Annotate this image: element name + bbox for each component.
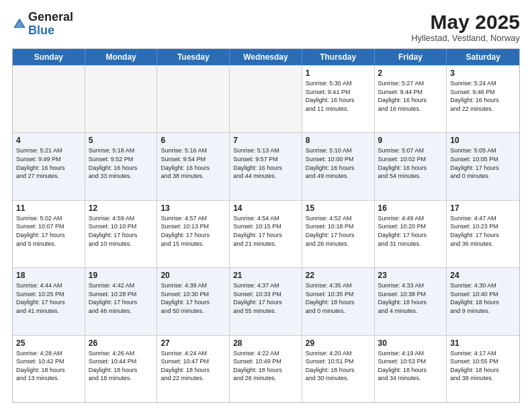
cal-cell-day-11: 11Sunrise: 5:02 AM Sunset: 10:07 PM Dayl… [13,201,85,267]
cal-cell-day-12: 12Sunrise: 4:59 AM Sunset: 10:10 PM Dayl… [85,201,158,267]
day-info: Sunrise: 4:37 AM Sunset: 10:33 PM Daylig… [233,281,298,315]
cal-header-thursday: Thursday [302,49,375,65]
day-number: 22 [306,271,371,280]
day-number: 14 [233,203,298,213]
cal-cell-day-31: 31Sunrise: 4:17 AM Sunset: 10:55 PM Dayl… [447,336,519,402]
cal-cell-day-28: 28Sunrise: 4:22 AM Sunset: 10:49 PM Dayl… [230,336,302,402]
cal-cell-day-24: 24Sunrise: 4:30 AM Sunset: 10:40 PM Dayl… [447,268,519,334]
cal-cell-day-25: 25Sunrise: 4:28 AM Sunset: 10:42 PM Dayl… [13,336,85,402]
cal-cell-day-22: 22Sunrise: 4:35 AM Sunset: 10:35 PM Dayl… [302,268,375,334]
day-number: 13 [161,203,226,213]
day-number: 19 [89,271,154,280]
cal-cell-day-20: 20Sunrise: 4:39 AM Sunset: 10:30 PM Dayl… [157,268,230,334]
day-info: Sunrise: 4:57 AM Sunset: 10:13 PM Daylig… [161,214,226,248]
cal-cell-day-21: 21Sunrise: 4:37 AM Sunset: 10:33 PM Dayl… [230,268,302,334]
day-number: 24 [450,271,516,280]
cal-cell-day-15: 15Sunrise: 4:52 AM Sunset: 10:18 PM Dayl… [302,201,375,267]
cal-cell-day-17: 17Sunrise: 4:47 AM Sunset: 10:23 PM Dayl… [447,201,519,267]
day-info: Sunrise: 4:17 AM Sunset: 10:55 PM Daylig… [450,349,516,383]
day-info: Sunrise: 4:26 AM Sunset: 10:44 PM Daylig… [89,349,154,383]
cal-header-saturday: Saturday [447,49,519,65]
day-info: Sunrise: 4:19 AM Sunset: 10:53 PM Daylig… [378,349,443,383]
month-title: May 2025 [411,11,520,33]
day-info: Sunrise: 5:21 AM Sunset: 9:49 PM Dayligh… [16,146,81,180]
day-info: Sunrise: 5:24 AM Sunset: 9:46 PM Dayligh… [450,79,516,113]
day-info: Sunrise: 4:42 AM Sunset: 10:28 PM Daylig… [89,281,154,315]
day-number: 10 [450,136,516,145]
cal-cell-day-8: 8Sunrise: 5:10 AM Sunset: 10:00 PM Dayli… [302,133,375,199]
calendar-body: 1Sunrise: 5:30 AM Sunset: 9:41 PM Daylig… [13,65,519,402]
cal-cell-day-30: 30Sunrise: 4:19 AM Sunset: 10:53 PM Dayl… [375,336,447,402]
day-number: 11 [16,203,81,213]
logo: General Blue [12,11,73,38]
day-info: Sunrise: 4:33 AM Sunset: 10:38 PM Daylig… [378,281,443,315]
cal-cell-empty [230,66,302,132]
cal-header-wednesday: Wednesday [230,49,302,65]
day-number: 1 [306,68,371,78]
cal-cell-day-23: 23Sunrise: 4:33 AM Sunset: 10:38 PM Dayl… [375,268,447,334]
day-number: 17 [450,203,516,213]
cal-cell-day-29: 29Sunrise: 4:20 AM Sunset: 10:51 PM Dayl… [302,336,375,402]
logo-icon [12,17,27,32]
cal-cell-day-9: 9Sunrise: 5:07 AM Sunset: 10:02 PM Dayli… [375,133,447,199]
day-number: 7 [233,136,298,145]
cal-cell-day-27: 27Sunrise: 4:24 AM Sunset: 10:47 PM Dayl… [157,336,230,402]
day-info: Sunrise: 4:28 AM Sunset: 10:42 PM Daylig… [16,349,81,383]
cal-row-4: 25Sunrise: 4:28 AM Sunset: 10:42 PM Dayl… [13,335,519,402]
day-number: 8 [306,136,371,145]
day-info: Sunrise: 5:05 AM Sunset: 10:05 PM Daylig… [450,146,516,180]
day-info: Sunrise: 4:20 AM Sunset: 10:51 PM Daylig… [306,349,371,383]
day-number: 23 [378,271,443,280]
day-info: Sunrise: 4:30 AM Sunset: 10:40 PM Daylig… [450,281,516,315]
day-number: 18 [16,271,81,280]
logo-blue-text: Blue [28,24,54,37]
day-info: Sunrise: 4:59 AM Sunset: 10:10 PM Daylig… [89,214,154,248]
day-info: Sunrise: 5:13 AM Sunset: 9:57 PM Dayligh… [233,146,298,180]
header: General Blue May 2025 Hyllestad, Vestlan… [12,11,520,43]
day-number: 21 [233,271,298,280]
cal-cell-empty [157,66,230,132]
day-info: Sunrise: 4:52 AM Sunset: 10:18 PM Daylig… [306,214,371,248]
day-info: Sunrise: 5:27 AM Sunset: 9:44 PM Dayligh… [378,79,443,113]
cal-cell-day-3: 3Sunrise: 5:24 AM Sunset: 9:46 PM Daylig… [447,66,519,132]
logo-general-text: General [28,10,73,24]
cal-cell-day-14: 14Sunrise: 4:54 AM Sunset: 10:15 PM Dayl… [230,201,302,267]
day-number: 27 [161,338,226,348]
cal-row-3: 18Sunrise: 4:44 AM Sunset: 10:25 PM Dayl… [13,267,519,334]
cal-cell-day-2: 2Sunrise: 5:27 AM Sunset: 9:44 PM Daylig… [375,66,447,132]
cal-cell-day-26: 26Sunrise: 4:26 AM Sunset: 10:44 PM Dayl… [85,336,158,402]
cal-header-sunday: Sunday [13,49,85,65]
day-info: Sunrise: 4:49 AM Sunset: 10:20 PM Daylig… [378,214,443,248]
cal-cell-day-16: 16Sunrise: 4:49 AM Sunset: 10:20 PM Dayl… [375,201,447,267]
day-number: 29 [306,338,371,348]
calendar: SundayMondayTuesdayWednesdayThursdayFrid… [12,48,520,403]
cal-header-friday: Friday [375,49,447,65]
day-info: Sunrise: 4:24 AM Sunset: 10:47 PM Daylig… [161,349,226,383]
cal-row-1: 4Sunrise: 5:21 AM Sunset: 9:49 PM Daylig… [13,132,519,199]
cal-cell-empty [85,66,158,132]
day-info: Sunrise: 5:10 AM Sunset: 10:00 PM Daylig… [306,146,371,180]
day-number: 25 [16,338,81,348]
day-number: 2 [378,68,443,78]
day-info: Sunrise: 4:47 AM Sunset: 10:23 PM Daylig… [450,214,516,248]
day-info: Sunrise: 4:39 AM Sunset: 10:30 PM Daylig… [161,281,226,315]
day-info: Sunrise: 4:35 AM Sunset: 10:35 PM Daylig… [306,281,371,315]
day-info: Sunrise: 4:22 AM Sunset: 10:49 PM Daylig… [233,349,298,383]
day-info: Sunrise: 5:30 AM Sunset: 9:41 PM Dayligh… [306,79,371,113]
cal-cell-day-1: 1Sunrise: 5:30 AM Sunset: 9:41 PM Daylig… [302,66,375,132]
day-number: 5 [89,136,154,145]
day-number: 26 [89,338,154,348]
cal-cell-day-7: 7Sunrise: 5:13 AM Sunset: 9:57 PM Daylig… [230,133,302,199]
day-number: 20 [161,271,226,280]
day-info: Sunrise: 5:16 AM Sunset: 9:54 PM Dayligh… [161,146,226,180]
cal-header-tuesday: Tuesday [157,49,230,65]
day-number: 16 [378,203,443,213]
cal-cell-day-18: 18Sunrise: 4:44 AM Sunset: 10:25 PM Dayl… [13,268,85,334]
cal-cell-day-19: 19Sunrise: 4:42 AM Sunset: 10:28 PM Dayl… [85,268,158,334]
cal-cell-day-13: 13Sunrise: 4:57 AM Sunset: 10:13 PM Dayl… [157,201,230,267]
day-number: 6 [161,136,226,145]
day-number: 9 [378,136,443,145]
cal-row-0: 1Sunrise: 5:30 AM Sunset: 9:41 PM Daylig… [13,65,519,132]
day-info: Sunrise: 4:44 AM Sunset: 10:25 PM Daylig… [16,281,81,315]
calendar-header-row: SundayMondayTuesdayWednesdayThursdayFrid… [13,49,519,65]
